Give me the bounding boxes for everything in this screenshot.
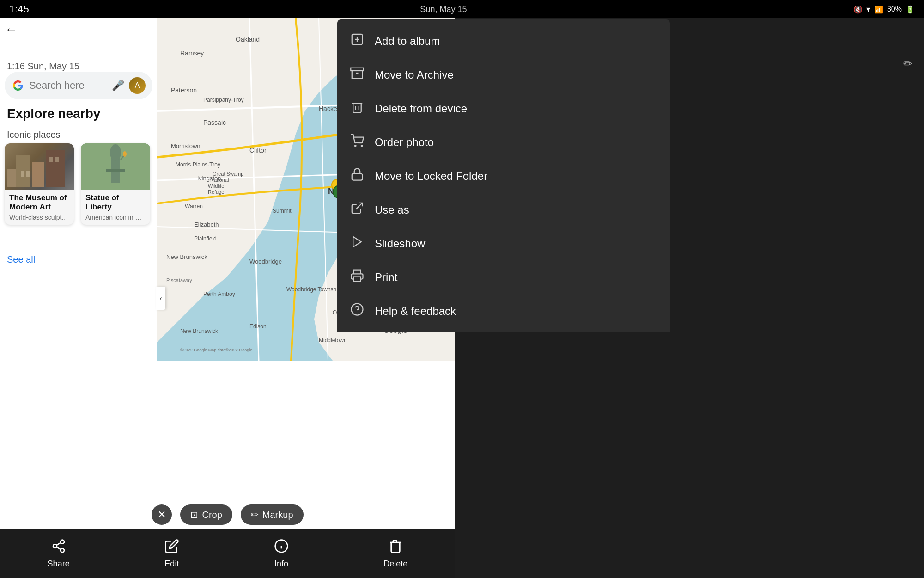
delete-action[interactable]: Delete	[383, 539, 407, 569]
help-label: Help & feedback	[375, 305, 456, 318]
liberty-info: Statue of Liberty American icon in New..…	[81, 190, 150, 225]
user-avatar[interactable]: A	[129, 77, 146, 94]
svg-point-68	[61, 540, 64, 544]
svg-point-69	[53, 544, 57, 548]
svg-text:Perth Amboy: Perth Amboy	[203, 291, 235, 297]
explore-nearby-title: Explore nearby	[7, 106, 100, 121]
edit-icon	[164, 539, 179, 557]
delete-icon	[388, 539, 403, 557]
search-text: Search here	[29, 80, 107, 92]
status-time: 1:45	[9, 3, 29, 15]
svg-text:Edison: Edison	[249, 323, 267, 330]
order-icon	[349, 134, 365, 151]
use-as-icon	[349, 201, 365, 218]
svg-rect-11	[106, 169, 125, 172]
help-icon	[349, 302, 365, 320]
delete-device-icon	[349, 100, 365, 117]
markup-button[interactable]: ✏ Markup	[241, 504, 304, 525]
svg-text:Paterson: Paterson	[171, 86, 197, 94]
liberty-desc: American icon in New...	[85, 214, 146, 221]
context-help[interactable]: Help & feedback	[337, 294, 670, 328]
share-label: Share	[48, 559, 70, 569]
svg-text:Piscataway: Piscataway	[166, 277, 192, 283]
svg-text:Elizabeth: Elizabeth	[194, 221, 219, 228]
crop-button[interactable]: ⊡ Crop	[180, 504, 232, 525]
see-all-link[interactable]: See all	[7, 254, 35, 265]
signal-icon: 📶	[874, 5, 883, 14]
svg-rect-79	[351, 68, 364, 71]
context-move-archive[interactable]: Move to Archive	[337, 58, 670, 92]
moma-info: The Museum of Modern Art World-class scu…	[5, 190, 74, 225]
svg-text:Morristown: Morristown	[171, 142, 201, 149]
context-order-photo[interactable]: Order photo	[337, 125, 670, 159]
context-print[interactable]: Print	[337, 260, 670, 294]
svg-text:New Brunswick: New Brunswick	[180, 328, 219, 334]
lock-icon	[349, 167, 365, 184]
edit-action[interactable]: Edit	[164, 539, 179, 569]
context-delete-device[interactable]: Delete from device	[337, 92, 670, 125]
svg-rect-2	[46, 150, 65, 187]
archive-icon	[349, 66, 365, 83]
google-logo	[12, 79, 24, 92]
liberty-title: Statue of Liberty	[85, 193, 146, 212]
svg-rect-7	[55, 157, 59, 162]
maps-back-button[interactable]: ←	[5, 22, 18, 37]
context-menu: Add to album Move to Archive Delete from…	[337, 19, 670, 332]
place-card-liberty[interactable]: Statue of Liberty American icon in New..…	[81, 143, 150, 225]
svg-text:Woodbridge: Woodbridge	[249, 258, 282, 265]
share-icon	[51, 539, 66, 557]
use-as-label: Use as	[375, 203, 409, 216]
svg-text:Plainfield: Plainfield	[194, 235, 217, 242]
svg-text:Refuge: Refuge	[208, 189, 224, 195]
svg-text:Oakland: Oakland	[236, 36, 260, 43]
info-action[interactable]: Info	[274, 539, 289, 569]
context-slideshow[interactable]: Slideshow	[337, 227, 670, 260]
context-add-to-album[interactable]: Add to album	[337, 24, 670, 58]
delete-device-label: Delete from device	[375, 102, 467, 115]
svg-marker-12	[112, 144, 119, 148]
svg-marker-87	[353, 237, 361, 247]
svg-line-86	[356, 203, 363, 209]
share-action[interactable]: Share	[48, 539, 70, 569]
svg-point-83	[355, 145, 356, 147]
crop-icon: ⊡	[190, 509, 198, 520]
crop-toolbar: ✕ ⊡ Crop ✏ Markup	[0, 501, 455, 529]
svg-text:Middletown: Middletown	[319, 337, 347, 344]
print-label: Print	[375, 271, 397, 284]
moma-image	[5, 143, 74, 190]
info-action-icon	[274, 539, 289, 557]
slideshow-icon	[349, 235, 365, 252]
maps-timestamp: 1:16 Sun, May 15	[7, 61, 79, 72]
svg-text:New Brunswick: New Brunswick	[166, 253, 207, 260]
svg-text:Woodbridge Township: Woodbridge Township	[286, 286, 341, 293]
archive-label: Move to Archive	[375, 68, 454, 81]
svg-text:Summit: Summit	[273, 208, 292, 214]
delete-label: Delete	[383, 559, 407, 569]
svg-point-14	[123, 151, 127, 157]
slideshow-label: Slideshow	[375, 237, 425, 250]
place-card-moma[interactable]: The Museum of Modern Art World-class scu…	[5, 143, 74, 225]
svg-rect-5	[26, 171, 30, 177]
status-day: Sun, May 15	[420, 5, 467, 14]
mute-icon: 🔇	[853, 5, 863, 14]
svg-text:©2022 Google Map data©2022 Goo: ©2022 Google Map data©2022 Google	[180, 348, 252, 352]
info-edit-button[interactable]: ✏	[903, 57, 912, 70]
print-icon	[349, 269, 365, 286]
svg-text:Great Swamp: Great Swamp	[213, 171, 243, 177]
map-collapse-button[interactable]: ‹	[156, 287, 165, 310]
svg-text:Warren: Warren	[185, 203, 203, 209]
context-locked-folder[interactable]: Move to Locked Folder	[337, 159, 670, 193]
toolbar-close-button[interactable]: ✕	[152, 504, 172, 525]
svg-rect-6	[49, 157, 53, 162]
mic-icon[interactable]: 🎤	[112, 80, 124, 92]
svg-text:Passaic: Passaic	[203, 119, 226, 126]
photo-actions-bar: Share Edit Info	[0, 529, 455, 578]
svg-rect-85	[352, 174, 363, 180]
svg-rect-4	[21, 171, 24, 177]
svg-text:Wildlife: Wildlife	[208, 183, 224, 189]
context-use-as[interactable]: Use as	[337, 193, 670, 227]
maps-search-bar[interactable]: Search here 🎤 A	[5, 72, 152, 99]
status-bar-right: 🔇 ▾ 📶 30% 🔋	[853, 4, 915, 14]
liberty-image	[81, 143, 150, 190]
wifi-icon: ▾	[866, 4, 870, 14]
